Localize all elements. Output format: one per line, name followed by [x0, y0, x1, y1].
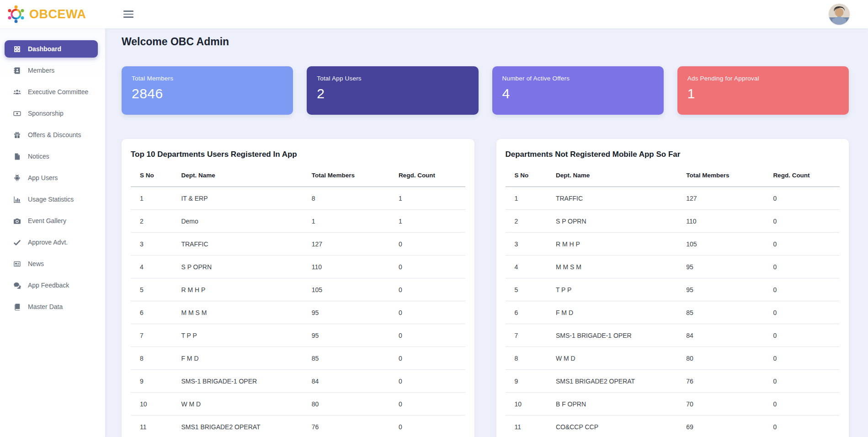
table-cell: CO&CCP CCP — [552, 416, 682, 437]
table-cell: T P P — [177, 324, 308, 347]
sidebar-item-usage-statistics[interactable]: Usage Statistics — [5, 191, 98, 208]
table-cell: 2 — [506, 210, 552, 233]
table-cell: 80 — [682, 347, 769, 370]
table-cell: 0 — [395, 324, 465, 347]
sidebar-item-executive-committee[interactable]: Executive Committee — [5, 83, 98, 101]
sidebar-item-event-gallery[interactable]: Event Gallery — [5, 212, 98, 229]
check-icon — [13, 239, 21, 246]
stat-card-label: Ads Pending for Approval — [687, 75, 839, 82]
table-cell: 5 — [131, 278, 177, 301]
sidebar-item-offers-discounts[interactable]: Offers & Discounts — [5, 126, 98, 144]
column-header: Total Members — [308, 165, 395, 187]
stat-card-value: 2 — [317, 86, 468, 101]
table-card-0: Top 10 Departments Users Registered In A… — [122, 139, 474, 437]
table-cell: 0 — [395, 301, 465, 324]
table-cell: 0 — [769, 393, 840, 416]
table-cell: 1 — [131, 187, 177, 210]
stat-card-number-of-active-offers: Number of Active Offers4 — [492, 66, 664, 115]
table-cell: 1 — [395, 210, 465, 233]
table-cell: 0 — [769, 347, 840, 370]
sidebar-item-sponsorship[interactable]: Sponsorship — [5, 105, 98, 122]
sidebar-item-label: Master Data — [28, 303, 63, 310]
table-cell: S P OPRN — [177, 256, 308, 278]
table-row: 4S P OPRN1100 — [131, 256, 465, 278]
table-cell: R M H P — [552, 233, 682, 256]
page-title: Welcome OBC Admin — [122, 36, 849, 48]
table-cell: 7 — [506, 324, 552, 347]
stat-card-ads-pending-for-approval: Ads Pending for Approval1 — [677, 66, 849, 115]
table-cell: 84 — [308, 370, 395, 393]
table-cell: 3 — [506, 233, 552, 256]
table-cell: 1 — [506, 187, 552, 210]
table-card-1: Departments Not Registered Mobile App So… — [496, 139, 849, 437]
newspaper-icon — [13, 260, 21, 268]
sidebar-item-label: News — [28, 260, 44, 267]
sidebar-item-label: Offers & Discounts — [28, 131, 81, 139]
file-icon — [13, 153, 21, 160]
table-cell: 4 — [131, 256, 177, 278]
table-cell: 0 — [395, 393, 465, 416]
table-cell: SMS-1 BRIGADE-1 OPER — [177, 370, 308, 393]
table-row: 6M M S M950 — [131, 301, 465, 324]
stat-card-total-members: Total Members2846 — [122, 66, 293, 115]
user-avatar[interactable] — [829, 4, 850, 25]
money-icon — [13, 110, 21, 117]
address-book-icon — [13, 67, 21, 75]
sidebar-item-master-data[interactable]: Master Data — [5, 298, 98, 315]
sidebar-item-approve-advt[interactable]: Approve Advt. — [5, 234, 98, 251]
table-cell: W M D — [552, 347, 682, 370]
column-header: Regd. Count — [769, 165, 840, 187]
sidebar-item-app-users[interactable]: App Users — [5, 169, 98, 187]
table-cell: IT & ERP — [177, 187, 308, 210]
table-cell: 85 — [682, 301, 769, 324]
table-cell: 95 — [682, 278, 769, 301]
table-cell: 7 — [131, 324, 177, 347]
stat-card-value: 1 — [687, 86, 839, 101]
sidebar-item-label: Sponsorship — [28, 110, 64, 117]
tables-row: Top 10 Departments Users Registered In A… — [122, 139, 849, 437]
table-cell: 0 — [395, 370, 465, 393]
app-logo[interactable]: OBCEWA — [0, 5, 105, 24]
table-row: 8W M D800 — [506, 347, 840, 370]
main-content: Welcome OBC Admin Total Members2846Total… — [105, 28, 868, 437]
table-cell: 127 — [682, 187, 769, 210]
table-row: 5T P P950 — [506, 278, 840, 301]
sidebar: DashboardMembersExecutive CommitteeSpons… — [0, 28, 105, 437]
table-header-row: S NoDept. NameTotal MembersRegd. Count — [506, 165, 840, 187]
table-cell: 2 — [131, 210, 177, 233]
sidebar-item-news[interactable]: News — [5, 255, 98, 272]
table-title: Departments Not Registered Mobile App So… — [506, 150, 840, 159]
table-header-row: S NoDept. NameTotal MembersRegd. Count — [131, 165, 465, 187]
column-header: S No — [131, 165, 177, 187]
table-row: 3TRAFFIC1270 — [131, 233, 465, 256]
logo-text: OBCEWA — [29, 7, 86, 21]
table-cell: 4 — [506, 256, 552, 278]
menu-hamburger-icon[interactable] — [123, 11, 133, 18]
table-title: Top 10 Departments Users Registered In A… — [131, 150, 465, 159]
sidebar-item-dashboard[interactable]: Dashboard — [5, 40, 98, 58]
sidebar-item-label: Dashboard — [28, 45, 61, 53]
table-cell: 3 — [131, 233, 177, 256]
sidebar-item-label: App Users — [28, 174, 58, 181]
table-cell: 69 — [682, 416, 769, 437]
sidebar-item-notices[interactable]: Notices — [5, 148, 98, 165]
table-row: 11SMS1 BRIGADE2 OPERAT760 — [131, 416, 465, 437]
book-icon — [13, 303, 21, 311]
sidebar-item-label: Notices — [28, 153, 49, 160]
stat-card-value: 2846 — [132, 86, 283, 101]
table-cell: 0 — [395, 278, 465, 301]
column-header: S No — [506, 165, 552, 187]
gift-icon — [13, 131, 21, 139]
sidebar-item-app-feedback[interactable]: App Feedback — [5, 277, 98, 294]
table-cell: 10 — [131, 393, 177, 416]
topbar: OBCEWA — [0, 0, 868, 28]
sidebar-item-members[interactable]: Members — [5, 62, 98, 79]
table-cell: 10 — [506, 393, 552, 416]
table-cell: 0 — [395, 256, 465, 278]
users-icon — [13, 88, 21, 96]
stat-card-label: Total Members — [132, 75, 283, 82]
table-row: 8F M D850 — [131, 347, 465, 370]
table-row: 9SMS-1 BRIGADE-1 OPER840 — [131, 370, 465, 393]
data-table: S NoDept. NameTotal MembersRegd. Count1I… — [131, 165, 465, 437]
table-row: 9SMS1 BRIGADE2 OPERAT760 — [506, 370, 840, 393]
